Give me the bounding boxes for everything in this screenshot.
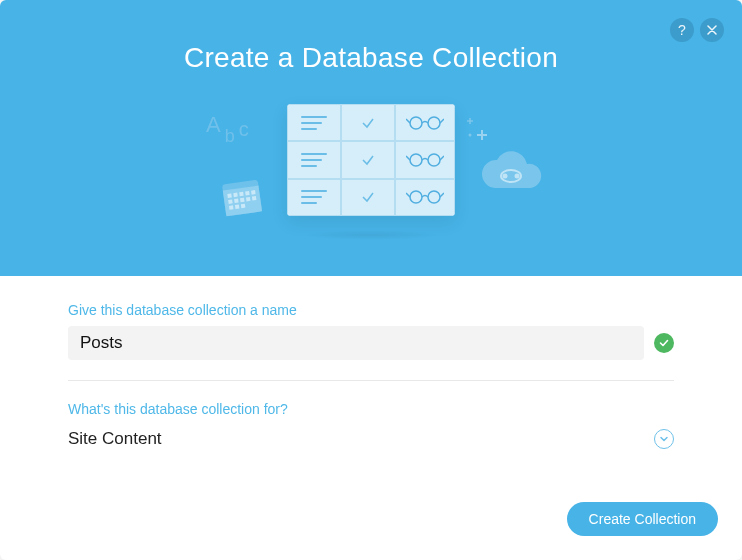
svg-rect-10	[240, 198, 245, 203]
svg-point-0	[469, 134, 472, 137]
close-button[interactable]	[700, 18, 724, 42]
purpose-field-group: What's this database collection for? Sit…	[68, 401, 674, 473]
modal-title: Create a Database Collection	[0, 42, 742, 74]
table-illustration	[287, 104, 455, 216]
create-collection-button[interactable]: Create Collection	[567, 502, 718, 536]
calendar-icon	[218, 172, 266, 224]
abc-decoration: Abc	[206, 116, 249, 142]
svg-point-17	[503, 174, 508, 179]
svg-rect-7	[251, 190, 256, 195]
svg-point-20	[428, 117, 440, 129]
svg-point-19	[410, 117, 422, 129]
svg-point-21	[410, 154, 422, 166]
svg-point-23	[410, 191, 422, 203]
chevron-down-icon	[654, 429, 674, 449]
svg-rect-8	[228, 199, 233, 204]
modal-content: Give this database collection a name Wha…	[0, 276, 742, 502]
modal-footer: Create Collection	[0, 502, 742, 560]
close-icon	[707, 22, 717, 38]
name-field-group: Give this database collection a name	[68, 302, 674, 380]
cloud-icon	[475, 150, 547, 202]
svg-rect-5	[239, 192, 244, 197]
svg-rect-9	[234, 199, 239, 204]
header-illustration: Abc	[0, 104, 742, 284]
create-collection-modal: ? Create a Database Collection Abc	[0, 0, 742, 560]
purpose-value: Site Content	[68, 429, 162, 449]
divider	[68, 380, 674, 381]
collection-name-input[interactable]	[68, 326, 644, 360]
modal-header: ? Create a Database Collection Abc	[0, 0, 742, 276]
plus-decoration	[462, 116, 492, 150]
help-icon: ?	[678, 22, 686, 38]
help-button[interactable]: ?	[670, 18, 694, 42]
purpose-select[interactable]: Site Content	[68, 425, 674, 453]
svg-point-22	[428, 154, 440, 166]
name-label: Give this database collection a name	[68, 302, 674, 318]
svg-rect-13	[229, 205, 234, 210]
svg-point-18	[515, 174, 520, 179]
header-actions: ?	[670, 18, 724, 42]
svg-rect-15	[241, 204, 246, 209]
svg-rect-12	[252, 196, 257, 201]
svg-rect-14	[235, 204, 240, 209]
svg-rect-11	[246, 197, 251, 202]
svg-rect-6	[245, 191, 250, 196]
svg-point-24	[428, 191, 440, 203]
valid-check-icon	[654, 333, 674, 353]
purpose-label: What's this database collection for?	[68, 401, 674, 417]
svg-rect-3	[227, 193, 232, 198]
svg-rect-4	[233, 193, 238, 198]
table-shadow	[301, 230, 441, 240]
